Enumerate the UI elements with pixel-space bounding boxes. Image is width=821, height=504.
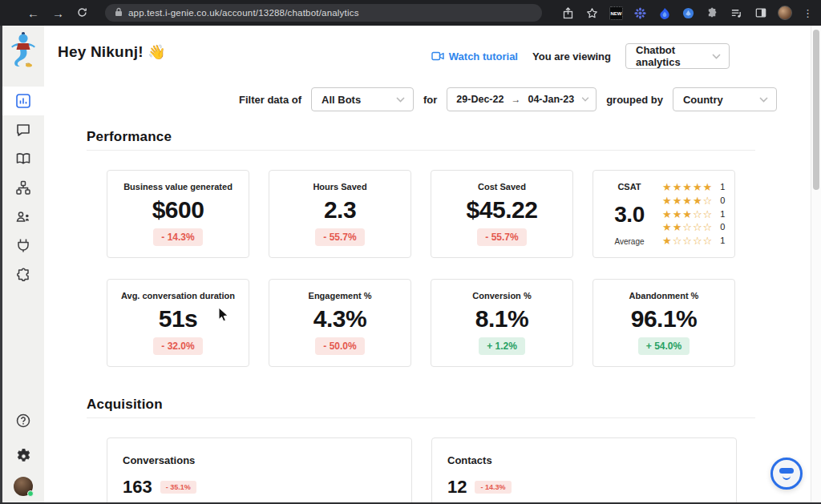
sidebar-item-flows[interactable] bbox=[2, 173, 44, 202]
grouped-by-label: grouped by bbox=[606, 94, 663, 106]
playlist-icon[interactable] bbox=[730, 6, 743, 20]
puzzle-icon bbox=[15, 266, 31, 282]
metric-value: 96.1% bbox=[631, 307, 698, 331]
for-label: for bbox=[423, 94, 437, 106]
sidebar-item-integrations[interactable] bbox=[2, 231, 44, 260]
metric-card-hours-saved: Hours Saved 2.3 - 55.7% bbox=[269, 170, 411, 258]
chat-bubble-icon bbox=[15, 122, 31, 138]
csat-rating-row: ★★★★☆0 bbox=[662, 196, 725, 206]
metric-card-csat: CSAT 3.0 Average ★★★★★1★★★★☆0★★★☆☆1★★☆☆☆… bbox=[592, 170, 735, 258]
acquisition-section-title: Acquisition bbox=[87, 397, 163, 413]
filter-data-label: Filter data of bbox=[239, 94, 301, 106]
group-by-value: Country bbox=[683, 94, 723, 106]
csat-rating-row: ★★★☆☆1 bbox=[662, 209, 725, 220]
metric-label: Conversion % bbox=[472, 291, 531, 300]
metric-value: $45.22 bbox=[467, 198, 538, 222]
watch-tutorial-label: Watch tutorial bbox=[449, 50, 518, 62]
section-divider bbox=[87, 150, 755, 151]
view-selector-dropdown[interactable]: Chatbot analytics bbox=[625, 43, 730, 69]
greeting-text: Hey Nikunj! bbox=[58, 43, 144, 60]
metric-delta-badge: - 32.0% bbox=[153, 337, 202, 355]
csat-star-histogram: ★★★★★1★★★★☆0★★★☆☆1★★☆☆☆0★☆☆☆☆1 bbox=[662, 182, 725, 246]
new-extension-icon[interactable]: NEW bbox=[609, 6, 623, 20]
rating-count: 0 bbox=[720, 196, 725, 205]
metric-card-avg-duration: Avg. conversation duration 51s - 32.0% bbox=[107, 279, 249, 367]
page-scrollbar[interactable] bbox=[811, 26, 821, 504]
sidebar-item-settings[interactable] bbox=[2, 442, 44, 470]
sidebar-item-analytics[interactable] bbox=[2, 87, 44, 115]
sidebar-item-conversations[interactable] bbox=[2, 115, 44, 144]
date-from: 29-Dec-22 bbox=[456, 94, 504, 105]
genie-logo[interactable] bbox=[9, 30, 38, 72]
star-icons: ★★★★★ bbox=[662, 182, 713, 192]
sitemap-icon bbox=[15, 179, 31, 196]
acquisition-value: 12 bbox=[447, 477, 467, 498]
drive-extension-icon[interactable] bbox=[681, 6, 695, 20]
bookmark-star-icon[interactable] bbox=[585, 6, 599, 20]
lock-icon bbox=[115, 6, 123, 20]
bot-face-icon bbox=[779, 468, 794, 474]
metric-card-abandonment: Abandonment % 96.1% + 54.0% bbox=[592, 279, 735, 367]
side-panel-icon[interactable] bbox=[754, 6, 767, 20]
rating-count: 1 bbox=[720, 183, 725, 192]
acquisition-card-conversations: Conversations 163 - 35.1% bbox=[107, 437, 412, 504]
acquisition-cards-grid: Conversations 163 - 35.1% Contacts 12 - … bbox=[107, 437, 737, 504]
metric-delta-badge: + 1.2% bbox=[479, 337, 525, 355]
share-icon[interactable] bbox=[561, 6, 575, 20]
app-sidebar bbox=[2, 26, 44, 504]
flower-extension-icon[interactable] bbox=[633, 6, 647, 20]
metric-card-engagement: Engagement % 4.3% - 50.0% bbox=[269, 279, 411, 367]
metric-delta-badge: + 54.0% bbox=[638, 337, 690, 355]
metric-delta-badge: - 50.0% bbox=[315, 337, 364, 355]
plug-icon bbox=[15, 237, 31, 253]
view-selector-value: Chatbot analytics bbox=[636, 44, 706, 68]
acquisition-label: Conversations bbox=[123, 454, 396, 466]
video-camera-icon bbox=[431, 51, 444, 61]
metric-label: Engagement % bbox=[309, 291, 372, 300]
acquisition-card-contacts: Contacts 12 - 14.3% bbox=[431, 437, 737, 504]
bot-filter-dropdown[interactable]: All Bots bbox=[311, 87, 414, 111]
kebab-menu-icon[interactable]: ⋮ bbox=[803, 7, 813, 19]
metric-value: 8.1% bbox=[475, 307, 528, 331]
performance-section-title: Performance bbox=[87, 129, 172, 145]
acquisition-delta-badge: - 35.1% bbox=[160, 481, 196, 494]
back-icon[interactable]: ← bbox=[27, 6, 39, 20]
acquisition-label: Contacts bbox=[447, 454, 721, 466]
metric-value: 2.3 bbox=[324, 198, 356, 222]
users-icon bbox=[15, 208, 32, 224]
metric-delta-badge: - 55.7% bbox=[477, 228, 526, 246]
address-bar[interactable]: app.test.i-genie.co.uk/account/13288/cha… bbox=[105, 4, 542, 22]
flame-extension-icon[interactable] bbox=[657, 6, 671, 20]
sidebar-item-addons[interactable] bbox=[2, 260, 44, 288]
forward-icon[interactable]: → bbox=[52, 6, 64, 20]
chatbot-widget-button[interactable] bbox=[770, 458, 803, 490]
reload-icon[interactable] bbox=[77, 6, 87, 20]
profile-avatar[interactable] bbox=[778, 6, 792, 20]
sidebar-item-knowledge-base[interactable] bbox=[2, 144, 44, 173]
rating-count: 1 bbox=[720, 236, 725, 245]
metric-label: Hours Saved bbox=[313, 182, 366, 192]
main-content: Hey Nikunj! 👋 Watch tutorial You are vie… bbox=[44, 26, 810, 504]
rating-count: 0 bbox=[720, 223, 725, 232]
acquisition-delta-badge: - 14.3% bbox=[475, 481, 511, 494]
gear-icon bbox=[15, 448, 32, 465]
watch-tutorial-link[interactable]: Watch tutorial bbox=[431, 50, 518, 62]
user-avatar[interactable] bbox=[14, 477, 33, 496]
group-by-dropdown[interactable]: Country bbox=[673, 87, 777, 111]
sidebar-item-help[interactable] bbox=[2, 406, 44, 435]
performance-cards-grid: Business value generated $600 - 14.3% Ho… bbox=[107, 170, 735, 367]
url-text: app.test.i-genie.co.uk/account/13288/cha… bbox=[128, 8, 359, 18]
metric-card-cost-saved: Cost Saved $45.22 - 55.7% bbox=[431, 170, 573, 258]
page-greeting: Hey Nikunj! 👋 bbox=[58, 43, 166, 61]
puzzle-extensions-icon[interactable] bbox=[706, 6, 719, 20]
scrollbar-thumb[interactable] bbox=[813, 30, 819, 190]
star-icons: ★★★★☆ bbox=[662, 196, 713, 206]
sidebar-item-audience[interactable] bbox=[2, 202, 44, 231]
book-icon bbox=[15, 151, 31, 167]
chevron-down-icon bbox=[759, 97, 768, 103]
star-icons: ★★★☆☆ bbox=[662, 209, 713, 220]
date-range-picker[interactable]: 29-Dec-22 → 04-Jan-23 bbox=[447, 87, 597, 111]
window-edge-left bbox=[0, 26, 2, 504]
acquisition-value: 163 bbox=[123, 477, 152, 498]
star-icons: ★☆☆☆☆ bbox=[662, 236, 713, 246]
